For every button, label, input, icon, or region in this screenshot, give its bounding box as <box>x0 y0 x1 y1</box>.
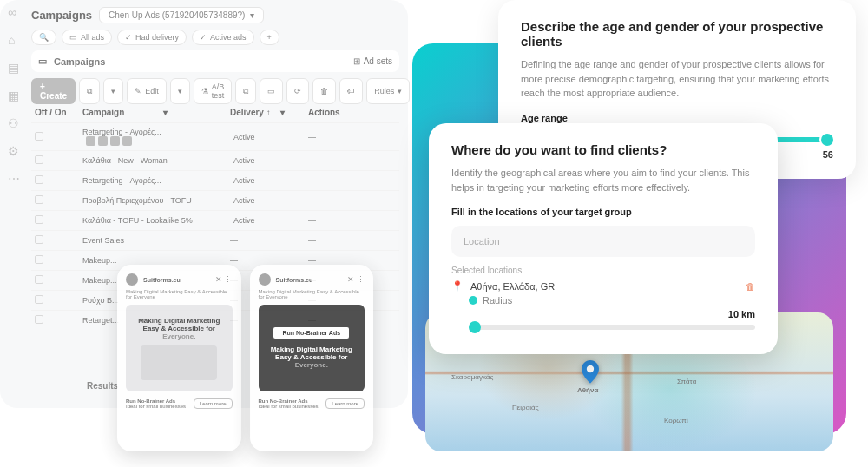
close-icon[interactable]: ✕ ⋮ <box>215 275 233 284</box>
tabs-bar: ▭ Campaigns ⊞ Ad sets <box>31 50 399 72</box>
chevron-down-icon: ▾ <box>250 10 254 20</box>
selected-location: Αθήνα, Ελλάδα, GR <box>470 281 555 292</box>
age-range-label: Age range <box>521 113 833 123</box>
learn-more-button[interactable]: Learn more <box>326 398 365 409</box>
more-icon[interactable]: ⋯ <box>8 172 23 187</box>
edit-button[interactable]: ✎ Edit <box>127 78 167 104</box>
location-label: Fill in the locations of your target gro… <box>451 207 755 217</box>
filter-active-ads[interactable]: ✓ Active ads <box>192 30 254 45</box>
age-max: 56 <box>823 149 833 160</box>
close-icon[interactable]: ✕ ⋮ <box>347 275 365 284</box>
page-title: Campaigns <box>31 9 92 22</box>
ad-preview-cards: Suitforms.eu✕ ⋮ Making Digital Marketing… <box>117 265 373 451</box>
home-icon[interactable]: ⌂ <box>8 33 23 49</box>
slider-thumb[interactable] <box>469 321 481 333</box>
create-button[interactable]: + Create <box>31 78 76 104</box>
tab-adsets[interactable]: ⊞ Ad sets <box>353 56 392 66</box>
chart-icon[interactable]: ▤ <box>8 61 23 76</box>
filter-all-ads[interactable]: ▭ All ads <box>62 30 112 45</box>
table-row[interactable]: Καλάθια - New - WomanActive— <box>31 150 399 170</box>
location-input[interactable]: Location <box>451 226 755 257</box>
ad-card: Suitforms.eu✕ ⋮ Making Digital Marketing… <box>250 265 374 451</box>
meta-logo-icon: ∞ <box>8 5 23 21</box>
col-campaign[interactable]: Campaign ▾ <box>82 108 230 117</box>
table-row[interactable]: Προβολή Περιεχομένου - TOFUActive— <box>31 190 399 210</box>
ab-test-button[interactable]: ⚗ A/B test <box>194 78 233 104</box>
people-icon[interactable]: ⚇ <box>8 116 23 132</box>
map-pin-icon[interactable] <box>582 360 599 385</box>
col-off[interactable]: Off / On <box>35 108 82 117</box>
table-row[interactable]: Retargeting - Αγορές...Active— <box>31 122 399 150</box>
table-row[interactable]: Καλάθια - TOFU - Lookalike 5%Active— <box>31 210 399 230</box>
radius-slider[interactable] <box>469 325 755 330</box>
account-selector[interactable]: Chen Up Ads (571920405734889?)▾ <box>99 7 264 23</box>
card-description: Defining the age range and gender of you… <box>521 57 833 101</box>
avatar-icon <box>259 273 271 286</box>
selected-location-row: 📍 Αθήνα, Ελλάδα, GR 🗑 <box>451 280 755 292</box>
left-rail: ∞ ⌂ ▤ ▦ ⚇ ⚙ ⋯ <box>3 5 28 187</box>
avatar-icon <box>126 273 138 286</box>
ad-card: Suitforms.eu✕ ⋮ Making Digital Marketing… <box>117 265 241 451</box>
table-row[interactable]: Retargeting - Αγορές...Active— <box>31 170 399 190</box>
card-description: Identify the geographical areas where yo… <box>451 166 755 194</box>
filter-had-delivery[interactable]: ✓ Had delivery <box>117 30 187 45</box>
ad-creative: Making Digital Marketing Easy & Accessib… <box>126 305 233 391</box>
duplicate-button[interactable]: ⧉ <box>79 78 100 104</box>
rules-button[interactable]: Rules ▾ <box>366 78 410 104</box>
trash-icon[interactable]: 🗑 <box>746 281 755 292</box>
tab-campaigns[interactable]: ▭ Campaigns <box>38 56 105 67</box>
ad-creative: Run No-Brainer Ads Making Digital Market… <box>259 305 365 391</box>
radius-value: 10 km <box>469 309 755 319</box>
grid-icon[interactable]: ▦ <box>8 89 23 104</box>
card-title: Where do you want to find clients? <box>451 142 755 157</box>
location-card: Where do you want to find clients? Ident… <box>429 123 778 354</box>
slider-thumb-max[interactable] <box>821 134 833 146</box>
settings-icon[interactable]: ⚙ <box>8 144 23 160</box>
selected-locations-label: Selected locations <box>451 266 755 275</box>
pin-icon: 📍 <box>451 280 464 292</box>
radius-label: Radius <box>483 295 512 306</box>
add-filter-button[interactable]: + <box>260 30 279 45</box>
svg-point-0 <box>587 365 594 372</box>
search-button[interactable]: 🔍 <box>31 30 56 45</box>
card-title: Describe the age and gender of your pros… <box>521 19 833 49</box>
col-actions[interactable]: Actions <box>308 108 360 117</box>
results-label: Results <box>87 381 118 391</box>
table-row[interactable]: Event Sales—— <box>31 230 399 250</box>
learn-more-button[interactable]: Learn more <box>194 398 233 409</box>
col-delivery[interactable]: Delivery ↑ ▾ <box>230 108 308 117</box>
radius-dot-icon <box>469 296 477 305</box>
